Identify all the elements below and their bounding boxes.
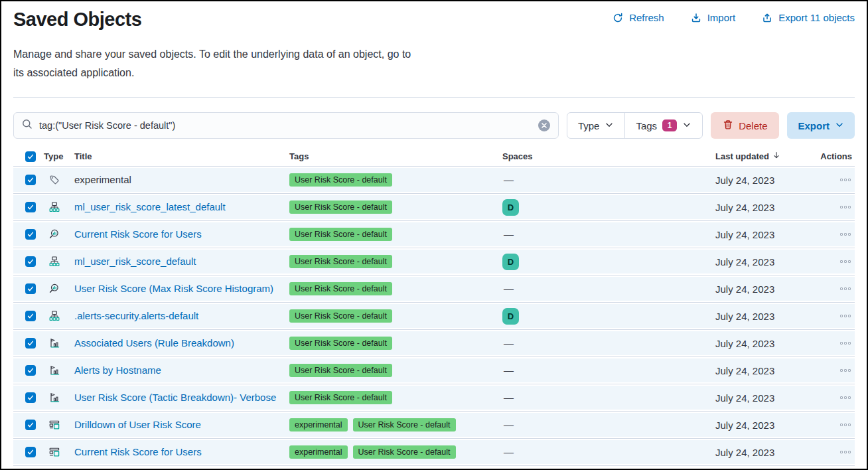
export-icon	[762, 13, 772, 23]
table-row: Alerts by HostnameUser Risk Score - defa…	[13, 357, 855, 384]
tag-badge[interactable]: experimental	[289, 418, 348, 431]
table-row: Current Risk Score for Usersexperimental…	[13, 439, 855, 466]
object-title-link[interactable]: User Risk Score (Max Risk Score Histogra…	[74, 283, 273, 294]
tags-cell: User Risk Score - default	[289, 228, 502, 241]
object-title-link[interactable]: ml_user_risk_score_default	[74, 256, 196, 267]
index-pattern-icon	[49, 202, 60, 212]
tags-cell: User Risk Score - default	[289, 200, 502, 214]
tag-badge[interactable]: User Risk Score - default	[353, 445, 456, 459]
actions-button[interactable]	[839, 339, 852, 347]
row-checkbox[interactable]	[25, 202, 36, 212]
tag-badge[interactable]: User Risk Score - default	[289, 364, 392, 377]
table-row: ml_user_risk_score_defaultUser Risk Scor…	[13, 248, 855, 275]
tag-badge[interactable]: User Risk Score - default	[289, 200, 392, 214]
type-filter-button[interactable]: Type	[567, 113, 625, 138]
actions-button[interactable]	[839, 176, 852, 184]
actions-button[interactable]	[839, 258, 852, 266]
object-title-link[interactable]: Current Risk Score for Users	[74, 446, 202, 457]
actions-button[interactable]	[839, 421, 852, 429]
search-query-text: tag:("User Risk Score - default")	[39, 120, 532, 131]
object-title-link[interactable]: Drilldown of User Risk Score	[74, 419, 201, 430]
column-header-actions: Actions	[784, 151, 855, 161]
import-button[interactable]: Import	[691, 12, 736, 23]
actions-button[interactable]	[839, 366, 852, 374]
last-updated-value: July 24, 2023	[715, 175, 784, 186]
row-checkbox[interactable]	[25, 392, 36, 403]
table-row: experimentalUser Risk Score - default—Ju…	[13, 167, 855, 194]
row-checkbox[interactable]	[25, 283, 36, 294]
tags-cell: User Risk Score - default	[289, 173, 502, 187]
object-title-link[interactable]: Associated Users (Rule Breakdown)	[74, 337, 234, 349]
tag-badge[interactable]: experimental	[289, 445, 348, 459]
last-updated-value: July 24, 2023	[715, 256, 784, 268]
row-checkbox[interactable]	[25, 447, 36, 457]
delete-label: Delete	[739, 120, 767, 131]
tag-badge[interactable]: User Risk Score - default	[353, 418, 456, 431]
tag-badge[interactable]: User Risk Score - default	[289, 173, 392, 187]
refresh-button[interactable]: Refresh	[613, 12, 664, 23]
row-checkbox[interactable]	[25, 256, 36, 267]
tag-badge[interactable]: User Risk Score - default	[289, 255, 392, 268]
row-checkbox[interactable]	[25, 420, 36, 430]
row-checkbox[interactable]	[25, 338, 36, 349]
tags-cell: User Risk Score - default	[289, 309, 502, 323]
object-title-link[interactable]: Current Risk Score for Users	[74, 228, 202, 240]
actions-button[interactable]	[839, 285, 852, 293]
object-title-text: experimental	[74, 174, 131, 185]
tag-badge[interactable]: User Risk Score - default	[289, 282, 392, 295]
table-body: experimentalUser Risk Score - default—Ju…	[13, 167, 855, 466]
page-description: Manage and share your saved objects. To …	[13, 45, 855, 82]
tag-badge[interactable]: User Risk Score - default	[289, 228, 392, 241]
search-icon	[22, 119, 33, 132]
actions-button[interactable]	[839, 448, 852, 456]
object-title-link[interactable]: User Risk Score (Tactic Breakdown)- Verb…	[74, 392, 276, 403]
table-row: ml_user_risk_score_latest_defaultUser Ri…	[13, 194, 855, 221]
select-all-checkbox[interactable]	[25, 151, 36, 162]
table-row: Associated Users (Rule Breakdown)User Ri…	[13, 330, 855, 357]
column-header-title: Title	[74, 151, 289, 161]
spaces-cell: D	[502, 199, 715, 216]
search-input[interactable]: tag:("User Risk Score - default")	[13, 112, 559, 139]
index-pattern-icon	[49, 256, 60, 267]
header-actions: Refresh Import Export 11 objects	[613, 12, 855, 23]
tag-badge[interactable]: User Risk Score - default	[289, 391, 392, 404]
spaces-cell: —	[502, 419, 715, 431]
lens-icon	[49, 283, 60, 294]
import-icon	[691, 13, 701, 23]
last-updated-value: July 24, 2023	[715, 311, 784, 322]
space-avatar: D	[502, 308, 519, 325]
object-title-link[interactable]: Alerts by Hostname	[74, 364, 161, 376]
actions-button[interactable]	[839, 312, 852, 320]
clear-search-button[interactable]	[538, 119, 550, 131]
table-row: Current Risk Score for UsersUser Risk Sc…	[13, 221, 855, 248]
row-checkbox[interactable]	[25, 365, 36, 376]
row-checkbox[interactable]	[25, 175, 36, 185]
tags-filter-button[interactable]: Tags 1	[625, 113, 702, 138]
object-title-link[interactable]: .alerts-security.alerts-default	[74, 310, 198, 321]
last-updated-value: July 24, 2023	[715, 365, 784, 376]
export-button[interactable]: Export	[787, 112, 855, 139]
row-checkbox[interactable]	[25, 229, 36, 240]
column-header-last-updated[interactable]: Last updated	[715, 151, 784, 162]
actions-button[interactable]	[839, 394, 852, 402]
table-row: Drilldown of User Risk Scoreexperimental…	[13, 412, 855, 439]
export-all-button[interactable]: Export 11 objects	[762, 12, 855, 23]
column-header-type: Type	[42, 151, 74, 161]
delete-button[interactable]: Delete	[711, 112, 779, 139]
page-title: Saved Objects	[13, 8, 141, 31]
table-row: User Risk Score (Tactic Breakdown)- Verb…	[13, 384, 855, 412]
space-avatar: D	[502, 254, 519, 270]
lens-icon	[49, 229, 60, 240]
tags-cell: User Risk Score - default	[289, 364, 502, 377]
table-row: .alerts-security.alerts-defaultUser Risk…	[13, 303, 855, 330]
actions-button[interactable]	[839, 230, 852, 238]
spaces-cell: —	[502, 364, 715, 376]
saved-objects-table: Type Title Tags Spaces Last updated Acti…	[13, 147, 855, 466]
visualization-icon	[49, 365, 60, 376]
import-label: Import	[707, 12, 736, 23]
tag-badge[interactable]: User Risk Score - default	[289, 337, 392, 350]
row-checkbox[interactable]	[25, 311, 36, 321]
actions-button[interactable]	[839, 203, 852, 211]
object-title-link[interactable]: ml_user_risk_score_latest_default	[74, 201, 226, 212]
tag-badge[interactable]: User Risk Score - default	[289, 309, 392, 323]
